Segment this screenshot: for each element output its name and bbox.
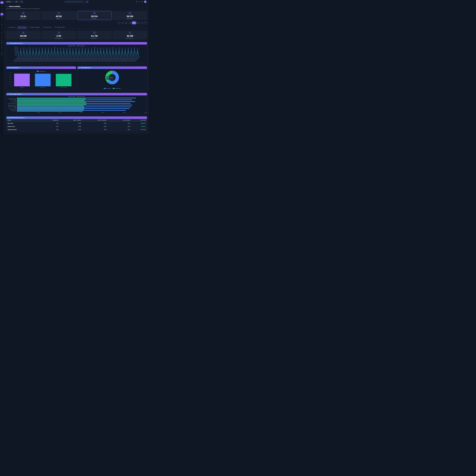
apply-filters-button[interactable] [21,1,23,3]
range-24h-button[interactable]: 24h [124,22,128,24]
range-6h-button[interactable]: 6h [121,22,124,24]
cell-output-tokens: 8.5M [82,122,108,125]
tab-service-health[interactable]: Service Health [41,26,53,29]
sidebar-item-shield-5[interactable] [1,18,3,20]
info-icon[interactable] [91,67,92,68]
kpi-card-total-tokens[interactable]: 98.0MTotal Tokens [113,11,147,20]
range-7d-button[interactable]: 7d [128,22,131,24]
tab-anomaly-detection[interactable]: Anomaly Detection [53,26,67,29]
sidebar-collapse-button[interactable] [1,85,2,86]
sidebar-item-dollar-11[interactable] [1,34,3,36]
notifications-button[interactable] [141,1,143,2]
sidebar-item-git-branch-1[interactable] [1,8,3,10]
sidebar-item-lock-13[interactable] [1,39,3,41]
sidebar-item-file-text-16[interactable] [1,47,3,49]
sidebar-item-alert-circle-2[interactable] [1,11,3,13]
sidebar-item-activity-3[interactable] [0,13,3,16]
agent-row-banking-agent-oepbg[interactable]: banking-agent-oepbg [7,108,146,110]
kpi-card-avg-tokens-req[interactable]: 2.0KAvg Tokens/Req [42,31,76,39]
info-icon[interactable] [22,94,23,95]
user-menu[interactable] [144,0,148,3]
agent-row-supply-chain-agent-oi9f0[interactable]: supply-chain-agent-oi9f0 [7,105,146,106]
info-icon[interactable] [24,117,25,118]
input-tokens-bar [17,105,132,105]
theme-toggle-button[interactable] [136,1,137,2]
token-by-agent-panel-header: Token Usage by Agent [6,93,147,95]
tab-llm-metrics[interactable]: LLM Metrics [17,26,27,29]
quick-actions-button[interactable] [139,1,140,2]
agent-row-llm-guard-kb3ex[interactable]: llm-guard-kb3ex [7,101,146,103]
tab-performance[interactable]: Performance [6,26,17,29]
agent-x-axis: 01,000,0002,000,0003,000,0004,000,0005,0… [17,112,146,113]
sidebar-item-bell-6[interactable] [1,21,3,23]
agent-label: customer-support-agent-id9ke [7,106,17,108]
range-filter-select[interactable]: 30d [15,1,20,3]
sidebar-item-pen-19[interactable] [1,54,3,57]
token-usage-line-chart[interactable]: 0200,000400,000600,000800,0001,000,0001,… [7,46,146,63]
token-distribution-donut[interactable] [104,70,120,85]
sidebar-item-package-7[interactable] [1,24,3,26]
agent-row-compliance-auditor-g1zlm[interactable]: compliance-auditor-g1zlm [7,103,146,105]
sidebar-item-sliders-10[interactable] [1,32,3,34]
app-logo[interactable] [0,1,3,4]
range-30d-button[interactable]: 30d [132,21,136,24]
search-input[interactable] [66,1,86,2]
table-row-gemini-2-5-pro[interactable]: gemini-2.5-pro5.6K14.3M8.4M15.2s$59.8770 [6,125,147,128]
legend-label: Input Tokens [71,96,75,97]
table-row-claude-3-5-sonnet[interactable]: claude-3.5-sonnet5.5K14.2M8.3M15.0s$167.… [6,128,147,131]
lock-icon [1,39,2,41]
svg-text:400,000: 400,000 [15,54,17,55]
range-1y-button[interactable]: 1y [141,22,144,24]
sidebar-item-bar-chart-17[interactable] [1,50,3,51]
range-1h-button[interactable]: 1h [118,22,120,24]
info-icon[interactable] [23,43,24,44]
model-performance-table: MODELREQUESTSINPUT TOKENSOUTPUT TOKENSAV… [6,119,147,131]
model-distribution-bar-chart[interactable]: 01,0002,0003,0004,0005,0006,000gpt-4-tur… [7,72,75,89]
sidebar-item-briefcase-18[interactable] [1,52,3,54]
info-icon [62,38,63,39]
model-distribution-panel: Model Distribution Usage by Model01,0002… [6,66,76,90]
range-90d-button[interactable]: 90d [137,22,140,24]
bar-chart-icon [1,50,2,51]
tab-agentic-workflows[interactable]: Agentic Workflows [28,26,41,29]
kpi-card-requests[interactable]: 48.5KRequests [42,11,76,20]
refresh-button[interactable] [144,22,147,24]
column-header-output-tokens: OUTPUT TOKENS [82,119,108,122]
sidebar-item-layout-grid-4[interactable] [1,16,3,18]
agent-row-investment-advisor-t67uj[interactable]: investment-advisor-t67uj [7,98,146,99]
sidebar-item-trending-up-9[interactable] [1,29,3,31]
sidebar-item-shield-12[interactable] [1,36,3,38]
kpi-card-input-tokens[interactable]: 61.7MInput Tokens [77,31,112,39]
git-branch-icon [1,8,2,10]
agent-row-customer-support-agent-id9ke[interactable]: customer-support-agent-id9ke [7,106,146,108]
sidebar-item-box-0[interactable] [1,5,3,7]
sun-icon [136,1,137,2]
kpi-card-avg-latency[interactable]: 15.0sAvg Latency [6,11,40,20]
info-icon [97,18,98,19]
sidebar-item-shield-8[interactable] [1,26,3,28]
output-tokens-bar [17,106,84,106]
activity-icon [58,32,60,34]
model-name: claude-3.5-sonnet [6,128,39,131]
info-icon [133,38,134,39]
input-tokens-bar [17,98,136,98]
agent-label: financial-coordinator-b14fd [7,99,17,101]
agent-row-hr-agent-wkpnx[interactable]: hr-agent-wkpnx [7,110,146,112]
token-by-agent-chart-body: Input TokensOutput Tokensinvestment-advi… [6,95,147,114]
agent-filter-select[interactable]: All Agents [5,1,14,3]
kpi-row-primary: 15.0sAvg Latency48.5KRequests58.5%Threat… [6,11,147,20]
info-icon[interactable] [20,67,21,68]
chevron-down-icon [18,1,19,2]
kpi-card-output-tokens[interactable]: 36.3MOutput Tokens [113,31,147,39]
kpi-card-threat-rate[interactable]: 58.5%Threat Rate [77,11,112,20]
agent-row-financial-coordinator-b14fd[interactable]: financial-coordinator-b14fd [7,99,146,101]
package-icon [1,24,2,25]
sidebar-item-git-branch-15[interactable] [1,44,3,46]
hash-icon [129,13,131,14]
output-tokens-bar [17,107,85,108]
global-search[interactable]: / [64,1,89,3]
kpi-card-total-tokens[interactable]: 98.0MTotal Tokens [6,31,40,39]
table-row-gpt-4-turbo[interactable]: gpt-4-turbo5.6K14.3M8.5M15.2s$396.6138 [6,122,147,125]
sidebar-item-target-14[interactable] [1,42,3,44]
cpu-icon [18,27,20,28]
